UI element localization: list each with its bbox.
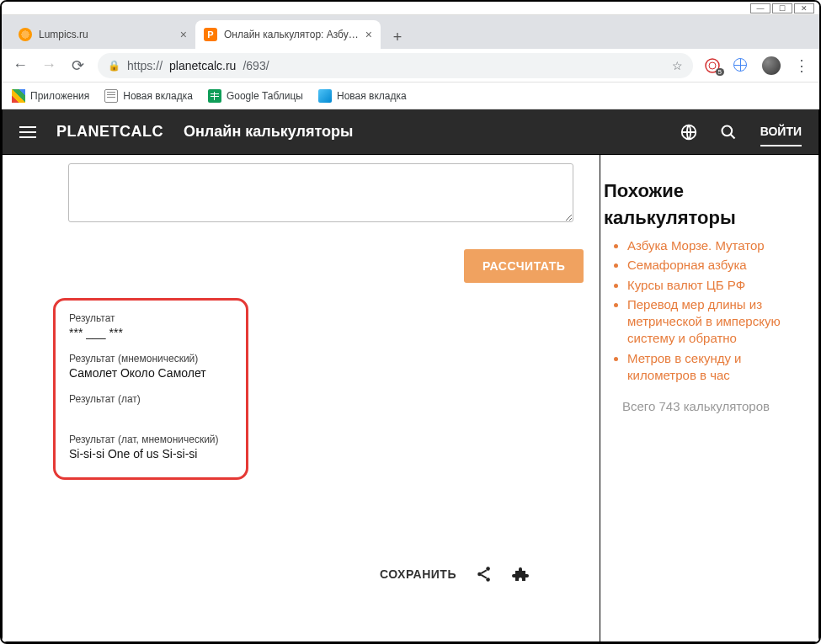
svg-point-5 [486, 567, 490, 571]
sidebar: Похожие калькуляторы Азбука Морзе. Мутат… [600, 155, 819, 642]
apps-shortcut[interactable]: Приложения [12, 89, 89, 103]
result-value: *** ___ *** [69, 326, 232, 341]
related-link-4[interactable]: Метров в секунду и километров в час [627, 350, 803, 385]
related-link-2[interactable]: Курсы валют ЦБ РФ [627, 277, 803, 294]
results-panel: Результат *** ___ *** Результат (мнемони… [53, 298, 248, 480]
language-icon[interactable] [680, 123, 700, 141]
favicon-icon [19, 28, 32, 41]
svg-line-3 [730, 134, 734, 138]
sheets-icon [208, 89, 221, 103]
result-lat-label: Результат (лат) [69, 393, 232, 405]
bookmark-item-2[interactable]: Новая вкладка [318, 89, 407, 103]
page-icon [104, 89, 118, 103]
window-maximize[interactable]: ☐ [772, 3, 792, 13]
browser-tab-0[interactable]: Lumpics.ru × [10, 20, 195, 49]
browser-menu-icon[interactable]: ⋮ [794, 56, 809, 75]
picture-icon [318, 89, 332, 103]
related-link-3[interactable]: Перевод мер длины из метрической в импер… [627, 296, 803, 348]
related-list: Азбука Морзе. Мутатор Семафорная азбука … [604, 237, 803, 384]
search-icon[interactable] [720, 124, 740, 141]
bookmark-label: Приложения [30, 90, 89, 102]
forward-button[interactable]: → [40, 56, 57, 74]
result-mnemonic-label: Результат (мнемонический) [69, 353, 232, 365]
bookmark-label: Новая вкладка [123, 90, 193, 102]
tab-title: Онлайн калькулятор: Азбука М… [224, 29, 359, 40]
bookmarks-bar: Приложения Новая вкладка Google Таблицы … [2, 82, 819, 109]
puzzle-icon[interactable] [512, 564, 532, 584]
brand-logo[interactable]: PLANETCALC [56, 123, 163, 141]
browser-tab-1[interactable]: P Онлайн калькулятор: Азбука М… × [195, 20, 381, 49]
related-link-1[interactable]: Семафорная азбука [627, 257, 803, 274]
svg-point-6 [486, 577, 490, 582]
browser-tabstrip: Lumpics.ru × P Онлайн калькулятор: Азбук… [2, 15, 819, 49]
result-actions: СОХРАНИТЬ [380, 564, 532, 584]
sidebar-title-2: калькуляторы [604, 207, 803, 229]
globe-extension-icon[interactable] [733, 58, 749, 73]
input-textarea[interactable] [68, 163, 573, 222]
result-lat-mnemonic-label: Результат (лат, мнемонический) [69, 434, 232, 445]
result-mnemonic-value: Самолет Около Самолет [69, 366, 232, 381]
related-link-0[interactable]: Азбука Морзе. Мутатор [627, 237, 803, 254]
brand-subtitle: Онлайн калькуляторы [184, 123, 353, 141]
bookmark-item-1[interactable]: Google Таблицы [208, 89, 303, 103]
favicon-icon: P [204, 28, 217, 41]
result-lat-mnemonic-value: Si-si-si One of us Si-si-si [69, 447, 232, 462]
lock-icon: 🔒 [108, 60, 120, 72]
browser-toolbar: ← → ⟳ 🔒 https://planetcalc.ru/693/ ☆ 5 ⋮ [2, 49, 819, 82]
tab-title: Lumpics.ru [39, 29, 173, 40]
bookmark-star-icon[interactable]: ☆ [672, 59, 683, 72]
url-host: planetcalc.ru [169, 59, 236, 72]
result-lat-value [69, 407, 232, 422]
result-label: Результат [69, 312, 232, 324]
window-minimize[interactable]: — [750, 3, 770, 13]
new-tab-button[interactable]: + [386, 25, 409, 49]
site-header: PLANETCALC Онлайн калькуляторы ВОЙТИ [2, 109, 819, 155]
bookmark-label: Google Таблицы [227, 90, 303, 102]
sidebar-title-1: Похожие [604, 180, 803, 202]
tab-close-icon[interactable]: × [180, 28, 187, 41]
reload-button[interactable]: ⟳ [69, 56, 86, 75]
address-bar[interactable]: 🔒 https://planetcalc.ru/693/ ☆ [98, 53, 693, 78]
back-button[interactable]: ← [12, 56, 29, 74]
adblock-extension-icon[interactable]: 5 [705, 58, 720, 73]
svg-point-2 [722, 125, 732, 136]
page-content: РАССЧИТАТЬ Результат *** ___ *** Результ… [2, 155, 819, 642]
profile-avatar[interactable] [762, 56, 781, 75]
share-icon[interactable] [475, 565, 493, 583]
extensions-area: 5 ⋮ [705, 56, 809, 75]
menu-button[interactable] [19, 126, 36, 138]
main-column: РАССЧИТАТЬ Результат *** ___ *** Результ… [2, 155, 600, 642]
apps-icon [12, 89, 25, 103]
window-close[interactable]: ✕ [794, 3, 814, 13]
window-titlebar: — ☐ ✕ [2, 2, 819, 15]
login-link[interactable]: ВОЙТИ [760, 125, 802, 146]
extension-badge: 5 [716, 68, 724, 76]
url-path: /693/ [243, 59, 269, 72]
bookmark-label: Новая вкладка [337, 90, 407, 102]
url-protocol: https:// [127, 59, 163, 72]
tab-close-icon[interactable]: × [365, 28, 372, 41]
calculate-button[interactable]: РАССЧИТАТЬ [464, 249, 584, 283]
sidebar-total: Всего 743 калькуляторов [604, 397, 803, 415]
save-button[interactable]: СОХРАНИТЬ [380, 567, 456, 581]
bookmark-item-0[interactable]: Новая вкладка [104, 89, 193, 103]
